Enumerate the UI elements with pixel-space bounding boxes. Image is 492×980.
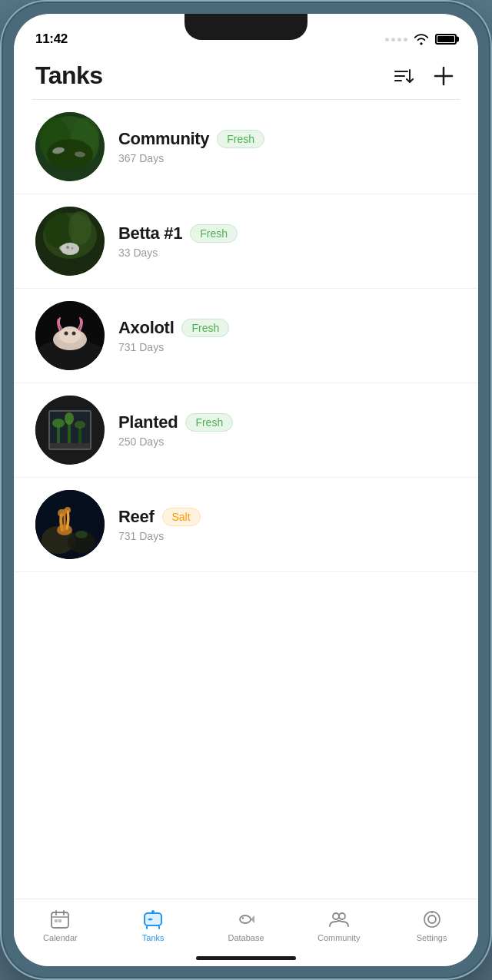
notch <box>184 14 308 40</box>
tank-name-row-planted: Planted Fresh <box>118 412 457 432</box>
svg-point-15 <box>45 211 72 248</box>
tank-info-axolotl: Axolotl Fresh 731 Days <box>118 318 457 353</box>
add-button[interactable] <box>430 63 457 89</box>
svg-point-27 <box>65 332 68 336</box>
nav-item-tanks[interactable]: Tanks <box>107 907 200 944</box>
tank-name-row-reef: Reef Salt <box>118 507 457 527</box>
tank-name-planted: Planted <box>118 412 178 432</box>
svg-point-65 <box>424 912 440 927</box>
tank-badge-planted: Fresh <box>185 413 233 432</box>
svg-point-37 <box>75 421 85 429</box>
tank-name-reef: Reef <box>118 507 155 527</box>
tank-name-betta: Betta #1 <box>118 223 182 243</box>
tank-info-community: Community Fresh 367 Days <box>118 129 457 164</box>
svg-rect-32 <box>57 425 60 446</box>
tank-badge-betta: Fresh <box>190 224 238 243</box>
tank-days-planted: 250 Days <box>118 435 457 448</box>
wifi-icon <box>414 33 429 45</box>
tank-badge-axolotl: Fresh <box>181 319 229 337</box>
tank-info-reef: Reef Salt 731 Days <box>118 507 457 542</box>
home-indicator <box>196 956 296 960</box>
svg-point-28 <box>72 332 76 336</box>
settings-icon <box>421 909 443 930</box>
tank-days-betta: 33 Days <box>118 247 457 259</box>
status-time: 11:42 <box>35 31 68 47</box>
tank-info-planted: Planted Fresh 250 Days <box>118 412 457 448</box>
tank-days-reef: 731 Days <box>118 530 457 542</box>
svg-point-16 <box>68 211 91 245</box>
svg-point-46 <box>62 509 68 515</box>
nav-label-calendar: Calendar <box>43 933 78 942</box>
svg-point-61 <box>242 917 244 919</box>
phone-screen: 11:42 Tanks <box>14 14 478 966</box>
nav-label-community: Community <box>317 933 361 942</box>
tank-item-reef[interactable]: Reef Salt 731 Days <box>14 478 478 572</box>
svg-point-63 <box>339 913 345 919</box>
svg-point-56 <box>151 910 155 913</box>
nav-label-settings: Settings <box>417 933 447 942</box>
sort-button[interactable] <box>389 64 417 88</box>
nav-item-calendar[interactable]: Calendar <box>14 907 107 944</box>
database-icon <box>235 909 257 930</box>
tank-badge-community: Fresh <box>217 130 264 148</box>
svg-rect-38 <box>50 443 90 449</box>
tank-list: Community Fresh 367 Days <box>14 100 478 899</box>
svg-rect-52 <box>55 919 58 922</box>
plus-icon <box>434 66 454 86</box>
nav-label-tanks: Tanks <box>142 933 165 942</box>
tank-item-betta[interactable]: Betta #1 Fresh 33 Days <box>14 194 478 289</box>
nav-item-community[interactable]: Community <box>292 907 385 944</box>
status-icons <box>385 33 457 45</box>
tank-avatar-reef <box>35 490 105 559</box>
svg-point-10 <box>47 139 93 170</box>
tank-name-row-betta: Betta #1 Fresh <box>118 223 457 243</box>
battery-icon <box>435 34 457 45</box>
header: Tanks <box>14 55 478 99</box>
nav-item-database[interactable]: Database <box>200 907 293 944</box>
svg-point-19 <box>66 246 69 249</box>
calendar-icon <box>49 909 71 930</box>
tank-name-community: Community <box>118 129 209 149</box>
tank-avatar-community <box>35 112 105 181</box>
tank-name-row-axolotl: Axolotl Fresh <box>118 318 457 338</box>
tank-avatar-axolotl <box>35 301 105 370</box>
svg-point-35 <box>65 412 74 425</box>
tank-name-axolotl: Axolotl <box>118 318 174 338</box>
svg-point-66 <box>430 911 433 913</box>
nav-item-settings[interactable]: Settings <box>385 907 478 944</box>
svg-point-33 <box>52 419 65 428</box>
tank-badge-reef: Salt <box>162 508 201 526</box>
tank-days-axolotl: 731 Days <box>118 341 457 353</box>
community-icon <box>328 909 350 930</box>
sort-icon <box>392 67 414 85</box>
tank-name-row-community: Community Fresh <box>118 129 457 149</box>
svg-point-20 <box>71 247 74 250</box>
tank-item-planted[interactable]: Planted Fresh 250 Days <box>14 383 478 478</box>
tank-item-community[interactable]: Community Fresh 367 Days <box>14 100 478 194</box>
tank-info-betta: Betta #1 Fresh 33 Days <box>118 223 457 259</box>
svg-point-47 <box>75 531 88 538</box>
tank-days-community: 367 Days <box>118 152 457 164</box>
svg-point-60 <box>240 915 251 923</box>
svg-point-64 <box>428 915 436 923</box>
svg-rect-53 <box>58 919 62 922</box>
phone-shell: 11:42 Tanks <box>0 0 492 980</box>
nav-label-database: Database <box>228 933 264 942</box>
page-title: Tanks <box>35 61 103 90</box>
svg-point-62 <box>333 913 339 919</box>
tank-avatar-planted <box>35 396 105 465</box>
tank-item-axolotl[interactable]: Axolotl Fresh 731 Days <box>14 289 478 383</box>
tank-avatar-betta <box>35 207 105 276</box>
header-actions <box>389 63 457 89</box>
svg-point-26 <box>59 326 81 343</box>
tanks-icon <box>142 909 164 930</box>
signal-icon <box>385 38 407 41</box>
